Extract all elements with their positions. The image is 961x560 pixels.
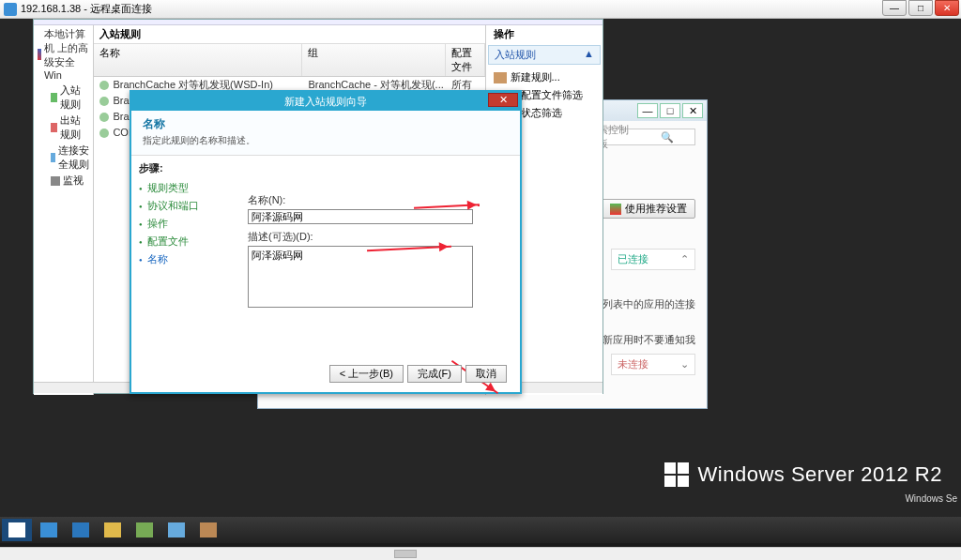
wizard-titlebar[interactable]: 新建入站规则向导 ✕: [131, 92, 520, 111]
rdp-window: 192.168.1.38 - 远程桌面连接 — □ ✕ — □ ✕ 搜索控制面板…: [0, 0, 961, 560]
tree-inbound[interactable]: 入站规则: [49, 83, 93, 113]
explorer-icon: [104, 522, 121, 537]
connected-panel[interactable]: 已连接⌃: [611, 249, 695, 270]
monitor-icon: [51, 176, 60, 186]
chevron-up-icon: ⌃: [680, 253, 689, 265]
taskbar-server-manager[interactable]: [34, 519, 64, 541]
description-label: 描述(可选)(D):: [248, 230, 503, 244]
disconnected-panel[interactable]: 未连接⌄: [611, 354, 695, 375]
remote-desktop: — □ ✕ 搜索控制面板 🔍 使用推荐设置 已连接⌃ 应用列表中的应用的连接 新…: [0, 19, 961, 543]
finish-button[interactable]: 完成(F): [407, 365, 462, 383]
outbound-icon: [51, 123, 57, 132]
cp-minimize-button[interactable]: —: [637, 103, 658, 118]
close-button[interactable]: ✕: [935, 0, 959, 16]
wizard-subtext: 指定此规则的名称和描述。: [143, 134, 509, 147]
tree-root[interactable]: 本地计算机 上的高级安全 Win: [34, 25, 93, 83]
recommended-settings-row: 使用推荐设置: [602, 199, 695, 219]
wizard-header: 名称 指定此规则的名称和描述。: [131, 111, 520, 156]
col-name[interactable]: 名称: [94, 44, 302, 76]
rdp-title-text: 192.168.1.38 - 远程桌面连接: [21, 2, 152, 16]
step-action[interactable]: 操作: [139, 215, 223, 233]
wizard-form: 名称(N): 描述(可选)(D): < 上一步(B) 完成(F) 取消: [231, 156, 520, 388]
rdp-icon: [4, 3, 17, 16]
collapse-icon: ▲: [584, 48, 594, 62]
inbound-icon: [51, 93, 57, 102]
taskbar-explorer[interactable]: [98, 519, 128, 541]
wizard-heading: 名称: [143, 116, 509, 132]
cancel-button[interactable]: 取消: [465, 365, 507, 383]
app-icon: [200, 522, 217, 537]
actions-category[interactable]: 入站规则▲: [488, 45, 601, 65]
minimize-button[interactable]: —: [882, 0, 907, 16]
cp-close-button[interactable]: ✕: [682, 103, 703, 118]
enabled-icon: [99, 97, 109, 106]
step-protocol-ports[interactable]: 协议和端口: [139, 197, 223, 215]
watermark-text: Windows Server 2012 R2: [698, 462, 942, 487]
scrollbar-thumb[interactable]: [394, 550, 417, 558]
enabled-icon: [99, 113, 109, 122]
col-profile[interactable]: 配置文件: [446, 44, 485, 76]
taskbar[interactable]: [0, 517, 961, 543]
server-manager-icon: [40, 522, 57, 537]
app-icon: [136, 522, 153, 537]
new-rule-icon: [494, 72, 507, 83]
firewall-tree[interactable]: 本地计算机 上的高级安全 Win 入站规则 出站规则 连接安全规则 监视: [34, 25, 94, 395]
windows-logo-icon: [664, 462, 689, 487]
search-icon[interactable]: 🔍: [639, 131, 694, 144]
rule-description-input[interactable]: [248, 246, 473, 308]
tree-outbound[interactable]: 出站规则: [49, 113, 93, 143]
wizard-close-button[interactable]: ✕: [488, 93, 518, 107]
cp-maximize-button[interactable]: □: [660, 103, 680, 118]
shield-icon: [38, 49, 41, 60]
rule-name-input[interactable]: [248, 209, 473, 224]
back-button[interactable]: < 上一步(B): [329, 365, 404, 383]
taskbar-powershell[interactable]: [66, 519, 96, 541]
column-headers[interactable]: 名称 组 配置文件: [94, 43, 484, 77]
os-watermark: Windows Server 2012 R2: [664, 462, 942, 487]
tree-monitoring[interactable]: 监视: [49, 173, 93, 189]
maximize-button[interactable]: □: [908, 0, 933, 16]
powershell-icon: [72, 522, 89, 537]
step-rule-type[interactable]: 规则类型: [139, 179, 223, 197]
shield-icon: [610, 204, 621, 215]
new-rule-wizard: 新建入站规则向导 ✕ 名称 指定此规则的名称和描述。 步骤: 规则类型 协议和端…: [130, 90, 522, 394]
wizard-steps: 步骤: 规则类型 协议和端口 操作 配置文件 名称: [131, 156, 231, 388]
app-icon: [168, 522, 185, 537]
col-group[interactable]: 组: [302, 44, 445, 76]
outer-horizontal-scrollbar[interactable]: [0, 547, 961, 560]
taskbar-app[interactable]: [161, 519, 191, 541]
taskbar-app[interactable]: [193, 519, 223, 541]
connsec-icon: [51, 153, 55, 162]
action-new-rule[interactable]: 新建规则...: [490, 68, 599, 86]
start-button[interactable]: [2, 519, 32, 541]
enabled-icon: [99, 129, 109, 138]
step-profile[interactable]: 配置文件: [139, 233, 223, 250]
use-recommended-button[interactable]: 使用推荐设置: [602, 199, 695, 219]
taskbar-app[interactable]: [130, 519, 160, 541]
enabled-icon: [99, 81, 109, 90]
actions-header: 操作: [486, 25, 603, 43]
step-name[interactable]: 名称: [139, 250, 223, 268]
tree-connection-security[interactable]: 连接安全规则: [49, 143, 93, 173]
rdp-titlebar[interactable]: 192.168.1.38 - 远程桌面连接 — □ ✕: [0, 0, 961, 19]
watermark-subtext: Windows Se: [905, 493, 957, 504]
chevron-down-icon: ⌄: [680, 358, 689, 371]
steps-label: 步骤:: [139, 161, 223, 175]
wizard-buttons: < 上一步(B) 完成(F) 取消: [329, 365, 507, 383]
rules-list-title: 入站规则: [94, 25, 484, 43]
start-icon: [8, 522, 25, 537]
notify-text: 新应用时不要通知我: [603, 333, 695, 347]
